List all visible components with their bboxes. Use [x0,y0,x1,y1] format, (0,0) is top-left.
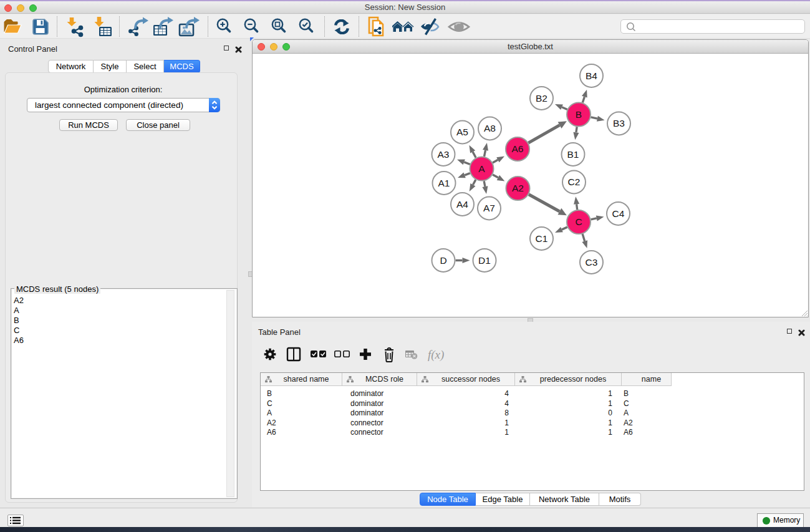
svg-text:A5: A5 [456,127,468,137]
svg-text:B3: B3 [613,118,625,128]
svg-text:D1: D1 [478,255,491,266]
svg-text:A3: A3 [438,149,450,160]
svg-text:C3: C3 [586,257,598,268]
svg-text:C: C [575,216,582,227]
svg-text:B: B [576,109,582,120]
svg-text:B4: B4 [586,70,597,81]
svg-text:C1: C1 [536,233,548,244]
svg-text:A8: A8 [484,123,496,133]
svg-text:A2: A2 [512,183,524,193]
svg-text:B1: B1 [567,149,579,160]
svg-text:B2: B2 [536,93,547,104]
svg-text:A6: A6 [512,143,524,154]
svg-text:f(x): f(x) [428,348,444,362]
svg-text:A1: A1 [438,178,450,188]
svg-text:A: A [478,163,485,174]
svg-text:A7: A7 [483,203,495,213]
svg-text:D: D [440,255,446,266]
svg-text:C4: C4 [612,208,625,219]
svg-text:A4: A4 [456,199,468,210]
svg-text:C2: C2 [568,177,581,187]
